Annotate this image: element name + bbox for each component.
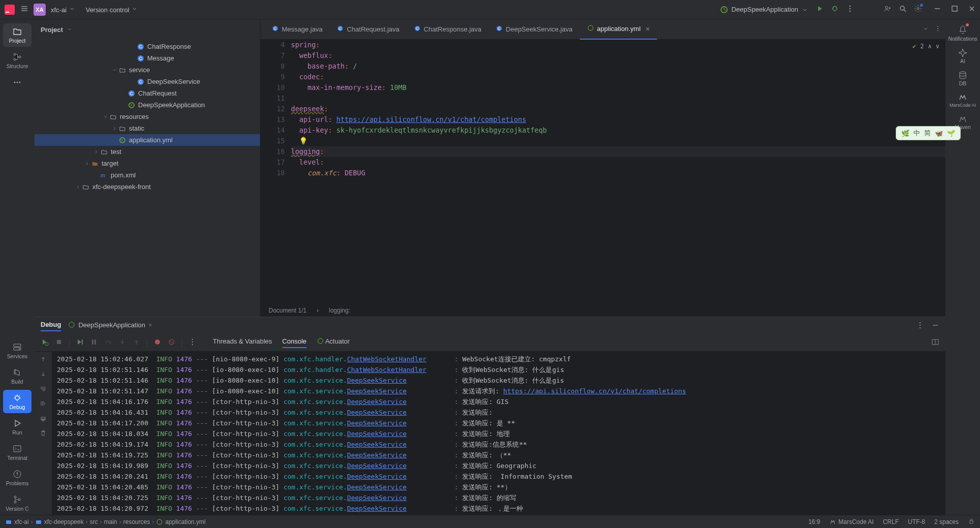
editor-body[interactable]: 4789101112131415161718 spring: webflux: …: [260, 40, 945, 304]
breadcrumb-item[interactable]: application.yml: [156, 518, 205, 525]
editor-tab[interactable]: CChatRequest.java: [330, 19, 406, 40]
status-indent[interactable]: 2 spaces: [934, 518, 959, 525]
tool-project[interactable]: Project: [3, 23, 31, 47]
editor-tab[interactable]: CMessage.java: [265, 19, 330, 40]
search-icon[interactable]: [899, 5, 907, 14]
tree-item[interactable]: resources: [35, 111, 260, 122]
step-over-icon[interactable]: [104, 338, 112, 348]
tool-notifications[interactable]: Notifications: [948, 24, 977, 42]
status-crlf[interactable]: CRLF: [883, 518, 899, 525]
close-icon[interactable]: ×: [646, 25, 650, 33]
status-marscode[interactable]: MarsCode AI: [829, 518, 873, 525]
tree-item[interactable]: test: [35, 146, 260, 158]
breadcrumb-item[interactable]: xfc-deepspeek: [35, 518, 84, 525]
breadcrumb-item[interactable]: resources: [123, 518, 150, 525]
inspection-widget[interactable]: ✔ 2 ∧ ∨: [912, 43, 939, 50]
mute-breakpoints-icon[interactable]: [168, 338, 176, 348]
editor-tab[interactable]: CDeepSeekService.java: [488, 19, 580, 40]
tool-structure[interactable]: Structure: [3, 49, 31, 72]
hide-icon[interactable]: [931, 321, 939, 331]
step-out-icon[interactable]: [133, 338, 141, 348]
stop-icon[interactable]: [55, 338, 63, 348]
tree-item[interactable]: DeepSpeekApplication: [35, 99, 260, 111]
console-output[interactable]: 2025-02-18 15:02:46.027 INFO 1476 --- [n…: [52, 352, 945, 515]
tool-run[interactable]: Run: [3, 415, 31, 439]
scroll-up-icon[interactable]: [40, 356, 47, 364]
tree-item[interactable]: CMessage: [35, 52, 260, 64]
more-actions-icon[interactable]: [846, 5, 854, 14]
step-into-icon[interactable]: [118, 338, 126, 348]
tool-ai[interactable]: AI: [958, 48, 968, 64]
tree-item[interactable]: CChatRequest: [35, 87, 260, 99]
debug-tab[interactable]: Debug: [41, 321, 61, 331]
editor-content[interactable]: spring: webflux: base-path: / codec: max…: [291, 40, 945, 304]
status-ratio[interactable]: 16:9: [808, 518, 820, 525]
breadcrumb[interactable]: xfc-ai›xfc-deepspeek›src›main›resources›…: [5, 518, 206, 525]
run-config-dropdown[interactable]: DeepSpeekApplication: [720, 6, 808, 14]
rerun-icon[interactable]: [41, 338, 49, 348]
chevron-right-icon[interactable]: [111, 126, 119, 131]
tree-item[interactable]: service: [35, 64, 260, 76]
debug-subtab[interactable]: Console: [282, 337, 307, 348]
chevron-down-icon[interactable]: ∨: [936, 43, 939, 50]
vcs-dropdown[interactable]: Version control: [86, 5, 139, 14]
editor-tab[interactable]: CChatResponse.java: [407, 19, 488, 40]
resume-icon[interactable]: [76, 338, 84, 348]
pause-icon[interactable]: [90, 338, 98, 348]
tree-item[interactable]: mpom.xml: [35, 169, 260, 181]
bulb-icon[interactable]: 💡: [299, 137, 308, 145]
chevron-up-icon[interactable]: ∧: [928, 43, 932, 50]
tool-database[interactable]: DB: [958, 70, 968, 86]
debug-subtab[interactable]: Actuator: [317, 337, 350, 348]
more-icon[interactable]: [934, 25, 941, 34]
layout-icon[interactable]: [931, 340, 939, 348]
breadcrumb-item[interactable]: src: [90, 518, 98, 525]
tree-item[interactable]: application.yml: [35, 134, 260, 146]
ime-popup[interactable]: 🌿 中 简 🦋 🌱: [896, 126, 961, 140]
clear-icon[interactable]: [40, 429, 47, 438]
debug-button-icon[interactable]: [831, 5, 839, 14]
scroll-end-icon[interactable]: [40, 400, 47, 409]
chevron-down-icon[interactable]: [102, 114, 110, 119]
minimize-icon[interactable]: [933, 5, 941, 14]
tool-version-control[interactable]: Version C: [3, 491, 31, 515]
tree-item[interactable]: static: [35, 122, 260, 134]
main-menu-icon[interactable]: [20, 5, 28, 14]
run-button-icon[interactable]: [815, 5, 824, 14]
chevron-right-icon[interactable]: [92, 149, 101, 154]
tree-item[interactable]: target: [35, 158, 260, 169]
tool-more[interactable]: [3, 74, 31, 91]
tool-debug[interactable]: Debug: [3, 390, 31, 413]
tool-terminal[interactable]: Terminal: [3, 441, 31, 464]
lock-icon[interactable]: [968, 517, 975, 526]
breadcrumb-item[interactable]: xfc-ai: [5, 518, 29, 525]
chevron-down-icon[interactable]: [111, 68, 119, 73]
chevron-right-icon[interactable]: [74, 184, 82, 190]
debug-config[interactable]: DeepSpeekApplication ×: [68, 321, 152, 331]
debug-subtab[interactable]: Threads & Variables: [213, 337, 272, 348]
breadcrumb-item[interactable]: main: [104, 518, 117, 525]
code-with-me-icon[interactable]: [884, 5, 892, 14]
project-tree[interactable]: CChatResponseCMessageserviceCDeepSeekSer…: [35, 40, 260, 317]
more-icon[interactable]: [916, 321, 924, 331]
project-dropdown[interactable]: xfc-ai: [51, 5, 76, 14]
chevron-down-icon[interactable]: [922, 25, 929, 34]
editor-tab[interactable]: application.yml×: [580, 19, 657, 40]
status-encoding[interactable]: UTF-8: [908, 518, 925, 525]
chevron-right-icon[interactable]: [83, 161, 91, 166]
close-icon[interactable]: ×: [148, 321, 152, 329]
tree-item[interactable]: CChatResponse: [35, 41, 260, 52]
scroll-down-icon[interactable]: [40, 370, 47, 379]
tree-item[interactable]: CDeepSeekService: [35, 76, 260, 87]
settings-icon[interactable]: [914, 5, 922, 14]
tool-services[interactable]: Services: [3, 339, 31, 362]
project-header[interactable]: Project: [35, 19, 260, 40]
tool-marscode[interactable]: MarsCode AI: [950, 92, 976, 108]
view-breakpoints-icon[interactable]: [153, 338, 161, 348]
soft-wrap-icon[interactable]: [40, 385, 47, 394]
close-icon[interactable]: [968, 5, 976, 14]
tool-build[interactable]: Build: [3, 364, 31, 388]
tree-item[interactable]: xfc-deepspeek-front: [35, 181, 260, 193]
more-icon[interactable]: [188, 338, 197, 348]
print-icon[interactable]: [40, 415, 47, 423]
